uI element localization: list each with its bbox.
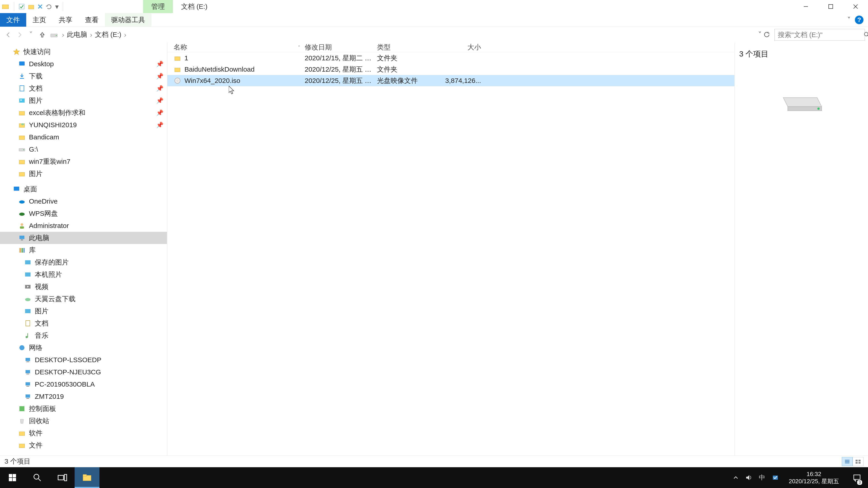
tree-item[interactable]: 库 <box>0 244 167 256</box>
qat-properties-icon[interactable] <box>18 3 25 10</box>
ribbon-tab-file[interactable]: 文件 <box>0 13 26 27</box>
tree-quickaccess-item[interactable]: YUNQISHI2019 📌 <box>0 119 167 131</box>
context-tab-manage[interactable]: 管理 <box>143 0 173 13</box>
tree-docsfolder[interactable]: 文件 <box>0 439 167 451</box>
search-box[interactable] <box>774 29 865 41</box>
tree-network-pc[interactable]: DESKTOP-LSSOEDP <box>0 354 167 366</box>
qat-undo-icon[interactable] <box>46 3 53 10</box>
tree-library-item[interactable]: 天翼云盘下载 <box>0 293 167 305</box>
file-date: 2020/12/25, 星期五 1... <box>305 76 377 86</box>
taskbar-explorer-button[interactable] <box>74 467 99 488</box>
tree-network[interactable]: 网络 <box>0 341 167 354</box>
tree-quickaccess-item[interactable]: Desktop 📌 <box>0 58 167 70</box>
tree-library-item[interactable]: 视频 <box>0 281 167 293</box>
chevron-right-icon: › <box>61 31 66 39</box>
tree-library-item[interactable]: 本机照片 <box>0 268 167 281</box>
tray-overflow-icon[interactable] <box>733 475 739 480</box>
tree-label: 快速访问 <box>24 47 51 57</box>
tree-quickaccess-item[interactable]: win7重装win7 <box>0 156 167 168</box>
minimize-button[interactable] <box>794 0 818 13</box>
nav-forward-button[interactable] <box>14 30 25 40</box>
nav-up-button[interactable] <box>37 30 48 40</box>
svg-rect-68 <box>856 462 858 464</box>
tree-controlpanel[interactable]: 控制面板 <box>0 402 167 415</box>
qat-newfolder-icon[interactable] <box>28 3 35 10</box>
view-details-button[interactable] <box>842 457 852 466</box>
tree-quickaccess[interactable]: 快速访问 <box>0 46 167 58</box>
ime-indicator[interactable]: 中 <box>759 473 765 482</box>
tree-label: PC-20190530OBLA <box>35 381 95 388</box>
svg-rect-15 <box>19 98 25 103</box>
tree-item[interactable]: 此电脑 <box>0 232 167 244</box>
tree-quickaccess-item[interactable]: excel表格制作求和 📌 <box>0 107 167 119</box>
tree-network-pc[interactable]: DESKTOP-NJEU3CG <box>0 366 167 378</box>
ribbon-collapse-icon[interactable]: ˅ <box>847 16 851 24</box>
taskview-button[interactable] <box>50 467 74 488</box>
tree-quickaccess-item[interactable]: 图片 <box>0 168 167 180</box>
taskbar-clock[interactable]: 16:32 2020/12/25, 星期五 <box>785 470 842 485</box>
tree-library-item[interactable]: 保存的图片 <box>0 256 167 268</box>
ribbon-tab-share[interactable]: 共享 <box>53 13 79 27</box>
volume-icon[interactable] <box>745 474 752 481</box>
tree-library-item[interactable]: 音乐 <box>0 329 167 341</box>
tree-desktop-section[interactable]: 桌面 <box>0 183 167 195</box>
tree-item[interactable]: OneDrive <box>0 195 167 207</box>
maximize-button[interactable] <box>818 0 843 13</box>
tree-quickaccess-item[interactable]: 图片 📌 <box>0 94 167 107</box>
svg-point-16 <box>20 99 22 101</box>
qat-dropdown-icon[interactable]: ▾ <box>55 2 59 11</box>
nav-recent-dropdown[interactable]: ˅ <box>26 30 36 40</box>
tree-library-item[interactable]: 图片 <box>0 305 167 317</box>
svg-rect-41 <box>26 321 30 326</box>
tree-quickaccess-item[interactable]: G:\ <box>0 143 167 156</box>
tree-label: 文档 <box>35 319 49 328</box>
tree-network-pc[interactable]: ZMT2019 <box>0 390 167 402</box>
header-date[interactable]: 修改日期 <box>305 43 377 52</box>
tree-item[interactable]: Administrator <box>0 220 167 232</box>
tree-quickaccess-item[interactable]: 文档 📌 <box>0 82 167 94</box>
pin-icon: 📌 <box>156 85 163 92</box>
tree-item[interactable]: WPS网盘 <box>0 207 167 220</box>
netpc-icon <box>24 368 32 376</box>
file-row[interactable]: 1 2020/12/15, 星期二 1... 文件夹 <box>167 53 735 64</box>
tree-quickaccess-item[interactable]: Bandicam <box>0 131 167 143</box>
taskbar-search-button[interactable] <box>25 467 50 488</box>
file-row[interactable]: BaiduNetdiskDownload 2020/12/25, 星期五 1..… <box>167 64 735 75</box>
search-icon[interactable] <box>864 32 868 38</box>
folder-icon <box>18 133 26 141</box>
breadcrumb[interactable]: › 此电脑 › 文档 (E:) › <box>49 30 756 39</box>
tree-quickaccess-item[interactable]: 下载 📌 <box>0 70 167 82</box>
help-button[interactable]: ? <box>855 15 864 24</box>
crumb-current[interactable]: 文档 (E:) <box>94 30 123 39</box>
search-input[interactable] <box>778 31 864 39</box>
crumb-thispc[interactable]: 此电脑 <box>66 30 89 39</box>
clock-time: 16:32 <box>789 470 839 478</box>
view-thumbnails-button[interactable] <box>852 457 864 466</box>
qat-close-icon[interactable]: ✕ <box>37 3 43 11</box>
start-button[interactable] <box>0 467 25 488</box>
address-dropdown-icon[interactable]: ˅ <box>758 31 762 39</box>
tree-software[interactable]: 软件 <box>0 427 167 439</box>
file-row[interactable]: Win7x64_2020.iso 2020/12/25, 星期五 1... 光盘… <box>167 75 735 86</box>
tree-network-pc[interactable]: PC-20190530OBLA <box>0 378 167 390</box>
tree-library-item[interactable]: 文档 <box>0 317 167 329</box>
header-name[interactable]: 名称 ˄ <box>174 43 305 52</box>
svg-rect-46 <box>26 361 29 362</box>
ribbon-tab-drivetools[interactable]: 驱动器工具 <box>105 13 151 27</box>
svg-rect-24 <box>19 172 25 176</box>
tray-app-icon[interactable] <box>772 474 779 481</box>
svg-rect-48 <box>26 374 29 375</box>
header-size[interactable]: 大小 <box>438 43 483 52</box>
pin-icon: 📌 <box>156 122 163 129</box>
action-center-button[interactable]: 3 <box>849 467 865 488</box>
nav-back-button[interactable] <box>3 30 13 40</box>
tree-recyclebin[interactable]: 回收站 <box>0 415 167 427</box>
ribbon-tab-home[interactable]: 主页 <box>26 13 53 27</box>
refresh-button[interactable] <box>764 31 770 38</box>
column-headers[interactable]: 名称 ˄ 修改日期 类型 大小 <box>167 42 735 53</box>
svg-point-28 <box>21 223 23 226</box>
close-button[interactable] <box>843 0 868 13</box>
header-type[interactable]: 类型 <box>377 43 438 52</box>
desktop-icon <box>18 60 26 68</box>
ribbon-tab-view[interactable]: 查看 <box>79 13 105 27</box>
